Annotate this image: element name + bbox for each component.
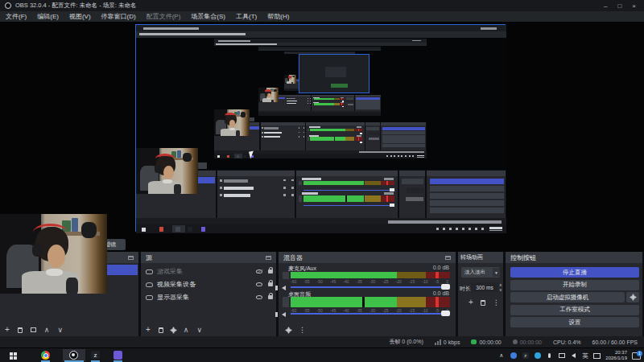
mini-lock — [291, 179, 294, 182]
purple-app-icon[interactable] — [114, 351, 122, 360]
remove-transition-button[interactable] — [481, 300, 485, 306]
mixer-grip[interactable] — [283, 272, 289, 279]
add-transition-button[interactable]: + — [469, 299, 473, 306]
mini-app-icon — [227, 155, 229, 158]
visibility-on-icon[interactable] — [256, 295, 262, 299]
source-up-button[interactable]: ∧ — [184, 326, 189, 334]
remove-scene-button[interactable] — [18, 327, 23, 333]
minimize-button[interactable]: – — [604, 2, 607, 10]
source-properties-button[interactable] — [171, 328, 175, 332]
telegram-icon[interactable] — [534, 352, 541, 360]
chrome-icon[interactable] — [41, 351, 50, 360]
mini-meter-peak — [386, 181, 388, 185]
scene-filters-button[interactable] — [31, 327, 36, 332]
mixer-menu-button[interactable]: ⋮ — [299, 326, 306, 334]
start-button[interactable] — [10, 352, 17, 360]
ime-indicator[interactable]: 英 — [582, 352, 588, 360]
duration-input[interactable]: 300 ms — [471, 282, 498, 292]
menu-profile[interactable]: 配置文件(P) — [147, 12, 181, 21]
mini-duration — [369, 132, 380, 135]
mini-tray-icon — [409, 155, 411, 157]
obs-taskbar-icon[interactable] — [69, 351, 78, 360]
preview-canvas[interactable] — [135, 24, 506, 232]
mini-header — [365, 122, 381, 125]
sources-header[interactable]: 源 — [141, 252, 276, 263]
menu-docks[interactable]: 停靠窗口(D) — [101, 12, 136, 21]
tray-expand-icon[interactable]: ∧ — [497, 352, 505, 360]
microphone-icon[interactable] — [546, 352, 553, 360]
scene-up-button[interactable]: ∧ — [44, 326, 50, 334]
source-row-video-capture[interactable]: 视频采集设备 — [141, 278, 276, 290]
controls-header[interactable]: 控制按钮 — [506, 252, 642, 263]
duration-label: 时长 — [460, 285, 471, 293]
touch-keyboard-icon[interactable] — [593, 352, 601, 360]
mixer-channel-db: 0.0 dB — [433, 290, 449, 296]
volume-handle[interactable] — [441, 284, 450, 290]
stream-time: 00:00:00 — [479, 339, 501, 345]
menu-help[interactable]: 帮助(H) — [267, 12, 289, 21]
speaker-icon[interactable] — [282, 286, 286, 290]
tray-app-icon[interactable]: z — [522, 352, 529, 360]
webcam-figure — [33, 224, 68, 241]
recursion-blob — [331, 84, 349, 88]
advanced-audio-button[interactable] — [287, 328, 291, 332]
menu-view[interactable]: 视图(V) — [69, 12, 91, 21]
virtual-camera-button[interactable]: 启动虚拟摄像机 — [510, 292, 625, 302]
remove-source-button[interactable] — [159, 327, 163, 333]
lock-icon[interactable] — [268, 282, 273, 286]
mixer-grip[interactable] — [283, 297, 289, 307]
lock-icon[interactable] — [268, 295, 273, 299]
mini-lock — [303, 127, 305, 129]
source-down-button[interactable]: ∨ — [196, 326, 202, 334]
mini-db — [357, 126, 362, 128]
z-app-icon[interactable]: z — [91, 351, 100, 360]
mini-grip — [299, 181, 303, 185]
mini-eye — [299, 136, 300, 138]
speaker-icon[interactable] — [282, 312, 286, 317]
menu-tools[interactable]: 工具(T) — [236, 12, 257, 21]
transition-menu-button[interactable]: ⋮ — [493, 298, 500, 306]
webcam-window[interactable] — [0, 214, 107, 294]
menu-file[interactable]: 文件(F) — [6, 12, 27, 21]
duration-spinner[interactable]: ∧∨ — [499, 282, 502, 292]
sources-panel: 源 游戏采集 视频采集设备 显示器采集 + — [141, 252, 276, 336]
mini-handle — [360, 142, 363, 143]
volume-icon[interactable] — [570, 352, 577, 360]
status-bar: 丢帧 0 (0.0%) 0 kbps 00:00:00 00:00:00 CPU… — [0, 336, 644, 348]
transitions-header[interactable]: 转场动画 — [458, 252, 503, 263]
db-tick: -5 — [436, 279, 439, 284]
lock-icon[interactable] — [268, 269, 273, 274]
mixer-header[interactable]: 混音器 — [279, 252, 456, 263]
notification-icon[interactable]: 1 — [632, 352, 641, 360]
meter-yellow — [397, 272, 426, 278]
source-row-display-capture[interactable]: 显示器采集 — [141, 291, 276, 303]
menu-scene-collection[interactable]: 场景集合(S) — [191, 12, 225, 21]
display-tray-icon[interactable] — [558, 352, 565, 360]
mini-app-icon — [188, 227, 192, 232]
volume-slider-desktop[interactable] — [291, 313, 448, 315]
mini-meter-yellow — [365, 181, 382, 185]
transition-select[interactable]: 淡入淡出 ▼ — [461, 267, 500, 278]
settings-button[interactable]: 设置 — [510, 317, 639, 327]
close-button[interactable]: × — [632, 2, 636, 10]
studio-mode-button[interactable]: 工作室模式 — [510, 305, 639, 315]
webcam-figure — [265, 93, 267, 95]
maximize-button[interactable]: □ — [617, 2, 621, 10]
volume-handle[interactable] — [441, 311, 450, 316]
stop-streaming-button[interactable]: 停止直播 — [510, 267, 639, 278]
add-source-button[interactable]: + — [146, 327, 151, 333]
mini-source-icon — [287, 101, 287, 101]
virtual-camera-config-button[interactable] — [626, 292, 639, 302]
source-row-game-capture[interactable]: 游戏采集 — [141, 265, 276, 278]
mini-tray-icon — [462, 228, 464, 230]
visibility-off-icon[interactable] — [256, 269, 262, 274]
start-recording-button[interactable]: 开始录制 — [510, 280, 639, 290]
clock[interactable]: 20:37 2026/1/19 — [605, 350, 627, 361]
visibility-on-icon[interactable] — [256, 282, 262, 286]
add-scene-button[interactable]: + — [5, 327, 10, 333]
scene-down-button[interactable]: ∨ — [57, 326, 63, 334]
menu-edit[interactable]: 编辑(E) — [37, 12, 59, 21]
meter-green — [365, 297, 397, 307]
tray-app-icon[interactable] — [510, 352, 517, 360]
volume-slider-mic[interactable] — [291, 286, 448, 288]
